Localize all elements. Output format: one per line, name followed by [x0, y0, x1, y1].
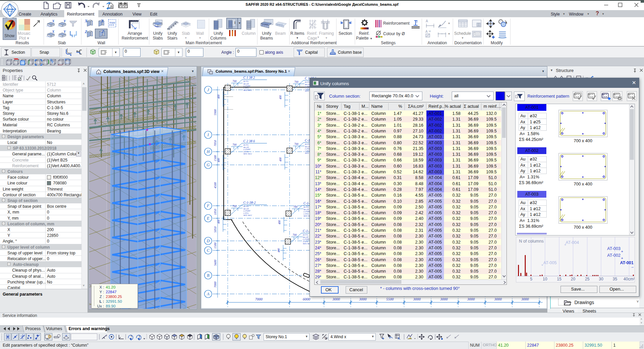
svg-text:G: G: [207, 163, 210, 167]
svg-text:400: 400: [278, 220, 281, 224]
svg-text:AT-004: AT-004: [566, 240, 579, 245]
svg-text:N of columns: N of columns: [519, 239, 544, 244]
svg-text:40cm²: 40cm²: [623, 277, 635, 281]
svg-text:Al-3%: Al-3%: [303, 206, 308, 208]
svg-text:5500: 5500: [386, 297, 394, 301]
svg-text:7000: 7000: [255, 297, 263, 301]
svg-text:4ø=20: 4ø=20: [243, 208, 249, 210]
svg-text:2.25x66²: 2.25x66²: [243, 148, 250, 150]
svg-text:AT-005: AT-005: [543, 260, 556, 265]
svg-text:4ø=20: 4ø=20: [243, 146, 249, 148]
svg-text:5050: 5050: [214, 226, 217, 233]
svg-text:4500: 4500: [214, 182, 217, 189]
svg-text:max: max: [109, 21, 116, 24]
svg-text:F: F: [206, 203, 209, 208]
svg-text:X: X: [84, 19, 88, 23]
svg-text:35: 35: [613, 277, 617, 281]
svg-text:1.33%: 1.33%: [243, 87, 249, 89]
svg-text:3000: 3000: [413, 297, 421, 301]
svg-text:2.25x66²: 2.25x66²: [243, 85, 250, 87]
svg-text:I: I: [416, 19, 418, 23]
svg-text:30: 30: [599, 277, 603, 281]
svg-text:2.25x66²: 2.25x66²: [303, 238, 310, 240]
svg-text:Z: Z: [101, 29, 104, 34]
svg-text:400: 400: [279, 157, 282, 161]
svg-text:№: №: [324, 336, 328, 340]
svg-text:Al-3%: Al-3%: [302, 234, 308, 236]
svg-text:C 1 38 2: C 1 38 2: [243, 76, 255, 79]
svg-text:4ø32 4ø12: 4ø32 4ø12: [243, 153, 252, 155]
svg-text:3000: 3000: [359, 297, 367, 301]
svg-text:700: 700: [232, 143, 237, 146]
svg-text:y: y: [139, 334, 140, 338]
svg-text:20: 20: [571, 277, 575, 281]
svg-text:400: 400: [277, 248, 280, 252]
svg-text:+: +: [564, 243, 566, 247]
svg-text:10: 10: [543, 277, 547, 281]
svg-text:400: 400: [279, 95, 282, 99]
svg-text:1.33%: 1.33%: [303, 213, 309, 215]
svg-text:15: 15: [557, 277, 562, 281]
svg-text:X: X: [101, 19, 104, 23]
svg-text:x: x: [131, 334, 132, 338]
svg-text:3000: 3000: [494, 297, 502, 301]
svg-text:4ø32 4ø12: 4ø32 4ø12: [243, 89, 252, 91]
svg-text:+: +: [621, 256, 623, 260]
svg-text:Al-3%: Al-3%: [243, 205, 248, 207]
svg-text:700: 700: [232, 205, 237, 208]
svg-text:1.33%: 1.33%: [243, 151, 249, 153]
svg-text:400: 400: [217, 220, 220, 224]
svg-text:5900: 5900: [214, 109, 217, 116]
svg-text:A: A: [206, 292, 209, 296]
svg-text:B: B: [207, 273, 209, 278]
svg-text:400: 400: [217, 158, 220, 162]
svg-text:→: →: [630, 265, 634, 269]
svg-text:1050: 1050: [214, 209, 217, 215]
svg-text:6000: 6000: [303, 297, 311, 301]
svg-text:400: 400: [217, 95, 220, 99]
svg-text:4ø=20: 4ø=20: [303, 208, 309, 210]
svg-text:H: H: [206, 149, 210, 154]
svg-text:AT-002: AT-002: [607, 253, 620, 258]
svg-text:+: +: [621, 249, 623, 253]
svg-text:Y: Y: [64, 30, 66, 33]
svg-text:5600: 5600: [214, 260, 217, 266]
svg-text:700: 700: [293, 205, 297, 208]
svg-text:X: X: [52, 30, 55, 33]
svg-text:Y: Y: [64, 20, 66, 23]
svg-text:2.25x66²: 2.25x66²: [243, 210, 250, 212]
svg-text:3000: 3000: [440, 297, 448, 301]
svg-text:J: J: [207, 88, 209, 92]
svg-text:M: M: [429, 30, 431, 32]
svg-text:E: E: [206, 216, 209, 221]
svg-text:7050: 7050: [214, 140, 217, 147]
svg-text:A: A: [426, 19, 428, 23]
svg-text:Al-3%: Al-3%: [243, 80, 248, 82]
svg-text:1.33%: 1.33%: [303, 241, 308, 243]
svg-text:5: 5: [530, 277, 532, 281]
svg-text:3000: 3000: [467, 297, 475, 301]
svg-text:3000: 3000: [332, 297, 340, 301]
svg-text:700: 700: [293, 233, 297, 236]
svg-text:700: 700: [294, 80, 298, 83]
svg-text:1500: 1500: [214, 243, 217, 249]
svg-text:700: 700: [294, 143, 298, 146]
svg-text:C: C: [207, 248, 210, 253]
svg-text:4ø=20: 4ø=20: [303, 236, 308, 238]
svg-text:+: +: [541, 263, 543, 267]
svg-text:C-1-38-2: C-1-38-2: [243, 201, 256, 204]
svg-text:AT-003: AT-003: [607, 246, 620, 251]
svg-text:Al-3%: Al-3%: [304, 143, 310, 145]
svg-text:1.33%: 1.33%: [243, 212, 249, 214]
svg-text:Z: Z: [84, 30, 88, 34]
svg-text:7000: 7000: [214, 281, 217, 288]
svg-text:700: 700: [232, 80, 237, 83]
svg-text:Al-3%: Al-3%: [243, 144, 248, 146]
svg-text:4ø=20: 4ø=20: [243, 83, 249, 85]
svg-text:X: X: [52, 20, 55, 23]
svg-text:I: I: [207, 132, 209, 137]
svg-text:4ø32 4ø12: 4ø32 4ø12: [243, 214, 252, 216]
svg-text:3000: 3000: [521, 297, 529, 301]
svg-text:A: A: [425, 30, 428, 33]
svg-text:25: 25: [585, 277, 590, 281]
